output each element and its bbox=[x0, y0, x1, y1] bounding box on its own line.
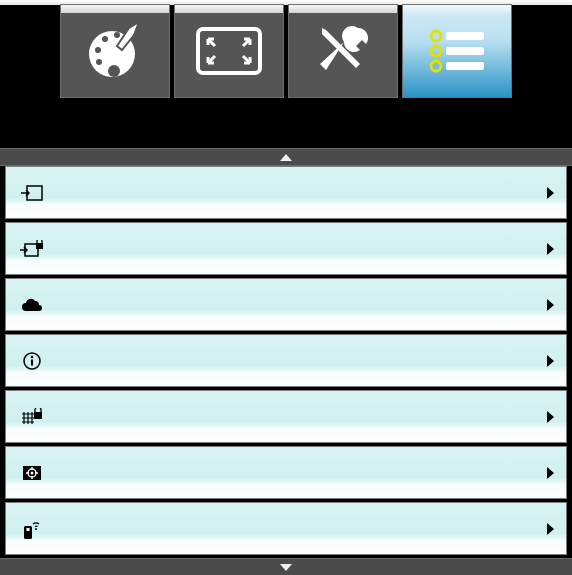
menu-item-grid-lock[interactable] bbox=[5, 390, 567, 443]
info-icon bbox=[18, 352, 46, 370]
tab-bar bbox=[0, 0, 572, 98]
resize-icon bbox=[196, 27, 262, 75]
svg-point-5 bbox=[114, 32, 120, 38]
svg-point-2 bbox=[96, 59, 102, 65]
svg-rect-23 bbox=[24, 526, 32, 539]
svg-point-4 bbox=[102, 36, 108, 42]
arrow-down-icon bbox=[280, 564, 292, 571]
svg-rect-19 bbox=[34, 412, 42, 419]
svg-rect-18 bbox=[31, 359, 33, 365]
tab-display[interactable] bbox=[174, 4, 284, 98]
menu-item-input[interactable] bbox=[5, 166, 567, 219]
menu-item-cloud[interactable] bbox=[5, 278, 567, 331]
tab-tools[interactable] bbox=[288, 4, 398, 98]
svg-rect-15 bbox=[36, 243, 43, 249]
tab-color[interactable] bbox=[60, 4, 170, 98]
list-icon bbox=[428, 28, 486, 74]
wireless-plug-icon bbox=[18, 518, 46, 540]
svg-point-7 bbox=[431, 31, 441, 41]
chevron-right-icon bbox=[547, 355, 554, 367]
svg-rect-6 bbox=[198, 29, 260, 73]
scroll-down[interactable] bbox=[0, 558, 572, 575]
menu-item-info[interactable] bbox=[5, 334, 567, 387]
menu-item-input-lock[interactable] bbox=[5, 222, 567, 275]
cloud-icon bbox=[18, 297, 46, 313]
target-icon bbox=[18, 465, 46, 481]
chevron-right-icon bbox=[547, 187, 554, 199]
menu-item-target[interactable] bbox=[5, 446, 567, 499]
title-area bbox=[0, 98, 572, 148]
svg-point-1 bbox=[108, 65, 120, 77]
svg-point-9 bbox=[431, 61, 441, 71]
tab-menu[interactable] bbox=[402, 4, 512, 98]
chevron-right-icon bbox=[547, 523, 554, 535]
arrow-up-icon bbox=[280, 154, 292, 161]
chevron-right-icon bbox=[547, 467, 554, 479]
svg-point-22 bbox=[31, 471, 34, 474]
input-icon bbox=[18, 185, 46, 201]
svg-point-17 bbox=[31, 355, 34, 358]
menu-item-wireless[interactable] bbox=[5, 502, 567, 555]
svg-point-25 bbox=[35, 528, 37, 530]
input-lock-icon bbox=[18, 240, 46, 258]
scroll-up[interactable] bbox=[0, 148, 572, 166]
svg-rect-10 bbox=[446, 32, 484, 40]
palette-icon bbox=[84, 20, 146, 82]
grid-lock-icon bbox=[18, 408, 46, 426]
svg-rect-12 bbox=[446, 62, 484, 70]
tools-icon bbox=[314, 22, 372, 80]
chevron-right-icon bbox=[547, 299, 554, 311]
chevron-right-icon bbox=[547, 411, 554, 423]
chevron-right-icon bbox=[547, 243, 554, 255]
menu-list bbox=[0, 166, 572, 555]
svg-point-3 bbox=[95, 47, 101, 53]
svg-rect-11 bbox=[446, 47, 484, 55]
svg-rect-24 bbox=[27, 528, 30, 531]
svg-point-8 bbox=[431, 46, 441, 56]
